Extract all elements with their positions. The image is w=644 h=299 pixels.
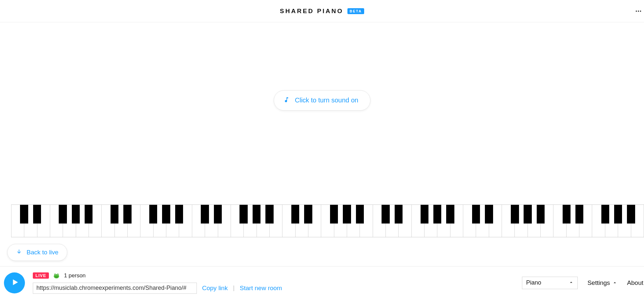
black-key[interactable] bbox=[85, 205, 93, 224]
instrument-selected-label: Piano bbox=[526, 279, 541, 286]
settings-label: Settings bbox=[588, 279, 610, 287]
black-key[interactable] bbox=[330, 205, 338, 224]
live-badge: LIVE bbox=[33, 272, 49, 279]
black-key[interactable] bbox=[356, 205, 364, 224]
black-key[interactable] bbox=[59, 205, 67, 224]
instrument-select[interactable]: Piano bbox=[522, 277, 578, 289]
music-note-icon bbox=[283, 96, 290, 105]
black-key[interactable] bbox=[511, 205, 519, 224]
status-row: LIVE 1 person bbox=[33, 272, 282, 279]
piano-keyboard[interactable] bbox=[11, 204, 644, 237]
app-title: SHARED PIANO BETA bbox=[280, 8, 364, 15]
back-to-live-label: Back to live bbox=[27, 249, 58, 256]
enable-sound-button[interactable]: Click to turn sound on bbox=[274, 90, 370, 111]
black-key[interactable] bbox=[304, 205, 312, 224]
black-key[interactable] bbox=[524, 205, 531, 224]
black-key[interactable] bbox=[446, 205, 454, 224]
divider: | bbox=[233, 285, 235, 291]
about-link[interactable]: About bbox=[627, 279, 644, 287]
black-key[interactable] bbox=[537, 205, 545, 224]
black-key[interactable] bbox=[472, 205, 480, 224]
header: SHARED PIANO BETA bbox=[0, 0, 644, 22]
black-key[interactable] bbox=[485, 205, 493, 224]
play-icon bbox=[10, 278, 19, 288]
room-url-input[interactable] bbox=[33, 283, 197, 294]
user-avatar-frog bbox=[53, 272, 60, 279]
footer: LIVE 1 person Cop bbox=[0, 266, 644, 299]
black-key[interactable] bbox=[601, 205, 609, 224]
black-key[interactable] bbox=[433, 205, 441, 224]
black-key[interactable] bbox=[111, 205, 118, 224]
black-key[interactable] bbox=[575, 205, 583, 224]
black-key[interactable] bbox=[201, 205, 209, 224]
black-key[interactable] bbox=[291, 205, 299, 224]
start-new-room-button[interactable]: Start new room bbox=[240, 285, 282, 292]
black-key[interactable] bbox=[265, 205, 273, 224]
black-key[interactable] bbox=[239, 205, 247, 224]
black-key[interactable] bbox=[382, 205, 389, 224]
black-key[interactable] bbox=[253, 205, 260, 224]
back-to-live-button[interactable]: Back to live bbox=[7, 244, 67, 261]
black-key[interactable] bbox=[162, 205, 170, 224]
copy-link-button[interactable]: Copy link bbox=[202, 285, 228, 292]
svg-point-1 bbox=[638, 11, 639, 12]
beta-badge: BETA bbox=[347, 8, 364, 14]
svg-point-9 bbox=[57, 274, 58, 274]
chevron-up-icon bbox=[613, 279, 617, 287]
play-button[interactable] bbox=[4, 272, 25, 293]
settings-button[interactable]: Settings bbox=[588, 279, 617, 287]
main-area: Click to turn sound on Back to live bbox=[0, 22, 644, 266]
black-key[interactable] bbox=[33, 205, 41, 224]
black-key[interactable] bbox=[343, 205, 351, 224]
black-key[interactable] bbox=[20, 205, 28, 224]
header-menu-icon[interactable] bbox=[635, 0, 644, 22]
chevron-up-icon bbox=[569, 279, 573, 286]
black-key[interactable] bbox=[214, 205, 222, 224]
svg-point-2 bbox=[640, 11, 641, 12]
svg-point-0 bbox=[636, 11, 637, 12]
black-key[interactable] bbox=[421, 205, 428, 224]
black-key[interactable] bbox=[123, 205, 131, 224]
svg-point-8 bbox=[55, 274, 55, 274]
black-key[interactable] bbox=[72, 205, 80, 224]
person-count: 1 person bbox=[64, 272, 86, 279]
arrow-down-icon bbox=[16, 249, 22, 256]
black-key[interactable] bbox=[175, 205, 183, 224]
enable-sound-label: Click to turn sound on bbox=[295, 96, 358, 104]
black-key[interactable] bbox=[149, 205, 157, 224]
app-title-text: SHARED PIANO bbox=[280, 8, 343, 15]
share-row: Copy link | Start new room bbox=[33, 283, 282, 294]
black-key[interactable] bbox=[395, 205, 403, 224]
black-key[interactable] bbox=[627, 205, 635, 224]
black-key[interactable] bbox=[614, 205, 622, 224]
black-key[interactable] bbox=[563, 205, 571, 224]
